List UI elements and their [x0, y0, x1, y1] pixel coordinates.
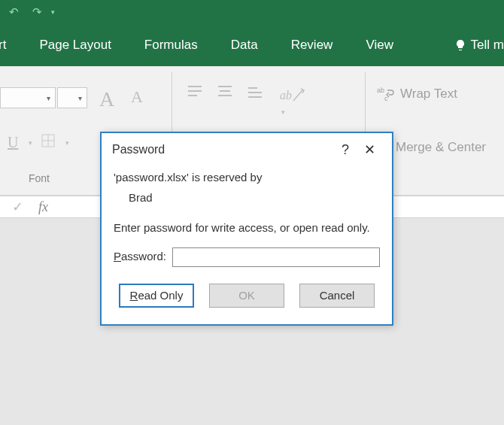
tab-formulas[interactable]: Formulas: [144, 38, 198, 53]
wrap-text-label: Wrap Text: [400, 87, 457, 102]
font-style-row: U▾ ▾: [8, 134, 69, 151]
dialog-title: Password: [112, 143, 333, 156]
wrap-text-icon: ab c: [376, 86, 394, 102]
dialog-buttons: Read Only OK Cancel: [102, 267, 392, 324]
read-only-button[interactable]: Read Only: [119, 284, 194, 308]
fx-icon[interactable]: fx: [38, 199, 48, 215]
svg-text:ab: ab: [280, 89, 292, 102]
password-row: Password:: [114, 247, 380, 267]
decrease-font-icon[interactable]: A: [123, 87, 150, 111]
align-group: [187, 84, 263, 102]
merge-center-label: Merge & Center: [396, 140, 486, 154]
instruction-text: Enter password for write access, or open…: [114, 220, 380, 237]
tab-view[interactable]: View: [366, 38, 393, 53]
undo-icon[interactable]: ↶: [9, 5, 19, 19]
tab-insert[interactable]: rt: [0, 38, 6, 53]
tell-me-label: Tell m: [471, 38, 504, 53]
qat-customize-icon[interactable]: ▾: [51, 8, 55, 16]
tab-review[interactable]: Review: [291, 38, 333, 53]
font-name-combo[interactable]: ▾: [0, 87, 56, 108]
dialog-body: 'password.xlsx' is reserved by Brad Ente…: [102, 166, 392, 267]
font-group-label: Font: [29, 172, 50, 184]
password-input[interactable]: [172, 247, 380, 267]
lightbulb-icon: [454, 39, 466, 51]
merge-center-button[interactable]: Merge & Center: [396, 140, 486, 155]
cancel-button[interactable]: Cancel: [299, 284, 375, 308]
password-label: Password:: [114, 248, 166, 266]
svg-text:ab: ab: [377, 87, 384, 94]
align-bottom-icon[interactable]: [247, 84, 263, 102]
tab-page-layout[interactable]: Page Layout: [39, 38, 111, 53]
ok-button[interactable]: OK: [209, 284, 284, 308]
increase-font-icon[interactable]: A: [93, 87, 120, 111]
close-button[interactable]: ✕: [357, 141, 381, 158]
borders-icon: [41, 134, 55, 147]
tell-me[interactable]: Tell m: [454, 38, 504, 53]
dialog-titlebar: Password ? ✕: [102, 133, 392, 166]
accept-icon[interactable]: ✓: [12, 199, 23, 215]
underline-button[interactable]: U: [8, 134, 18, 151]
font-size-combo[interactable]: ▾: [57, 87, 87, 108]
orientation-icon: ab: [280, 86, 305, 104]
borders-button[interactable]: [41, 134, 55, 151]
ribbon-tabs: rt Page Layout Formulas Data Review View…: [0, 24, 504, 66]
reserved-line: 'password.xlsx' is reserved by: [114, 169, 380, 187]
quick-access-toolbar: ↶ ↷ ▾: [0, 0, 504, 24]
font-selectors: ▾ ▾ A A: [0, 87, 150, 111]
redo-icon[interactable]: ↷: [32, 5, 42, 19]
align-middle-icon[interactable]: [217, 84, 233, 102]
password-dialog: Password ? ✕ 'password.xlsx' is reserved…: [100, 132, 393, 326]
orientation-button[interactable]: ab ▾: [280, 86, 305, 117]
reserved-by: Brad: [114, 190, 380, 207]
help-button[interactable]: ?: [333, 142, 357, 158]
align-top-icon[interactable]: [187, 84, 203, 102]
tab-data[interactable]: Data: [231, 38, 258, 53]
wrap-text-button[interactable]: ab c Wrap Text: [376, 86, 457, 102]
